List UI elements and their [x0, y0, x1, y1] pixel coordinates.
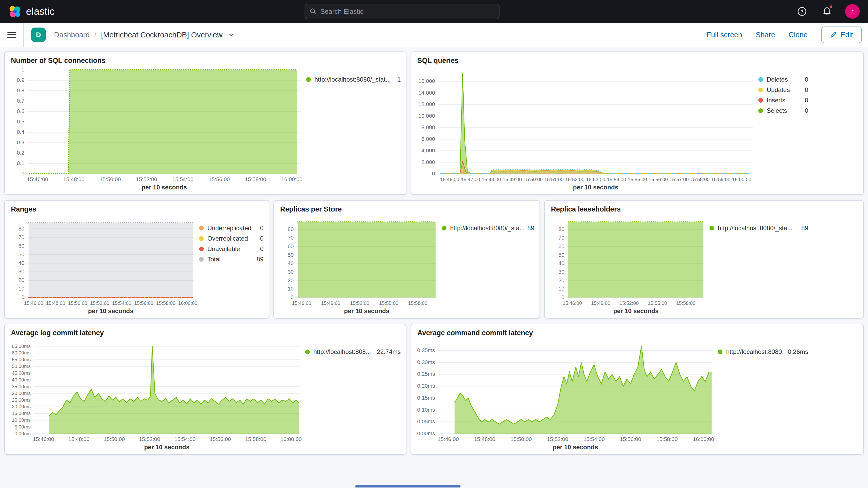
legend-color-dot — [758, 88, 763, 92]
full-screen-button[interactable]: Full screen — [707, 31, 742, 39]
chart-sql-connections[interactable]: 00.10.20.30.40.50.60.70.80.9115:46:0015:… — [7, 66, 306, 191]
legend-value: 0 — [805, 86, 808, 94]
svg-text:0: 0 — [561, 294, 564, 300]
legend-color-dot — [442, 226, 446, 231]
svg-text:4,000: 4,000 — [421, 147, 435, 153]
svg-text:per 10 seconds: per 10 seconds — [573, 184, 619, 191]
svg-text:0.05ms: 0.05ms — [417, 418, 435, 424]
breadcrumb-dashboard-link[interactable]: Dashboard — [54, 31, 90, 39]
panel-ranges: Ranges 0102030405060708015:46:0015:48:00… — [4, 200, 269, 318]
legend-item[interactable]: Overreplicated0 — [199, 234, 264, 243]
legend: Underreplicated0Overreplicated0Unavailab… — [199, 214, 264, 315]
svg-text:0.3: 0.3 — [17, 139, 24, 145]
svg-text:15:56:00: 15:56:00 — [209, 176, 230, 182]
svg-text:15:48:00: 15:48:00 — [63, 176, 85, 182]
svg-text:6,000: 6,000 — [421, 136, 435, 142]
user-avatar[interactable]: r — [845, 4, 860, 19]
svg-text:0.2: 0.2 — [17, 150, 24, 156]
svg-text:15:54:00: 15:54:00 — [112, 300, 131, 306]
legend-value: 0 — [805, 75, 808, 84]
svg-text:60.00ms: 60.00ms — [12, 350, 31, 356]
help-icon[interactable]: ? — [795, 5, 809, 18]
chart-log-commit-latency[interactable]: 0.00ms5.00ms10.00ms15.00ms20.00ms25.00ms… — [7, 338, 305, 451]
legend: http://localhost:8080/_stat...1 — [306, 66, 401, 191]
dashboard-grid: Number of SQL connections 00.10.20.30.40… — [0, 47, 868, 464]
breadcrumb: Dashboard / [Metricbeat CockroachDB] Ove… — [54, 31, 235, 39]
share-button[interactable]: Share — [756, 31, 775, 39]
page-title: [Metricbeat CockroachDB] Overview — [101, 31, 222, 39]
panel-replicas-per-store: Replicas per Store 0102030405060708015:4… — [273, 200, 540, 318]
svg-text:16:00:00: 16:00:00 — [280, 436, 302, 442]
clone-button[interactable]: Clone — [789, 31, 808, 39]
chart-replica-leaseholders[interactable]: 0102030405060708015:46:0015:49:0015:52:0… — [547, 214, 710, 315]
legend-item[interactable]: http://localhost:8080/_sta...89 — [710, 224, 808, 233]
svg-text:0.9: 0.9 — [17, 77, 24, 83]
svg-text:0.25ms: 0.25ms — [417, 371, 435, 377]
legend-item[interactable]: http://localhost:8080...0.26ms — [718, 347, 808, 356]
svg-text:15:48:00: 15:48:00 — [46, 300, 65, 306]
svg-text:15:54:00: 15:54:00 — [583, 436, 605, 442]
svg-text:15:55:00: 15:55:00 — [379, 300, 398, 306]
elastic-brand[interactable]: elastic — [8, 5, 55, 18]
svg-text:8,000: 8,000 — [421, 124, 435, 130]
svg-text:10.00ms: 10.00ms — [12, 417, 31, 423]
svg-text:0: 0 — [21, 294, 24, 300]
svg-text:10: 10 — [288, 285, 294, 292]
svg-text:60: 60 — [558, 243, 564, 249]
panel-title: Average log commit latency — [11, 329, 400, 337]
svg-text:15:59:00: 15:59:00 — [711, 177, 731, 182]
svg-text:15:46:00: 15:46:00 — [24, 300, 43, 306]
legend-item[interactable]: Deletes0 — [758, 75, 808, 84]
svg-text:16:00:00: 16:00:00 — [693, 436, 714, 442]
pencil-icon — [830, 31, 837, 38]
svg-text:15:54:00: 15:54:00 — [175, 436, 196, 442]
svg-text:0: 0 — [290, 294, 294, 300]
search-input[interactable] — [320, 7, 494, 16]
legend-item[interactable]: Underreplicated0 — [199, 224, 264, 233]
legend-item[interactable]: Inserts0 — [758, 96, 808, 105]
legend-item[interactable]: Selects0 — [758, 106, 808, 115]
legend-label: Overreplicated — [207, 234, 256, 243]
legend-item[interactable]: Unavailable0 — [199, 245, 264, 253]
space-badge[interactable]: D — [31, 28, 46, 42]
global-search[interactable] — [305, 4, 499, 19]
chart-replicas-per-store[interactable]: 0102030405060708015:46:0015:49:0015:52:0… — [276, 214, 442, 315]
chart-command-commit-latency[interactable]: 0.00ms0.05ms0.10ms0.15ms0.20ms0.25ms0.30… — [413, 338, 718, 451]
chart-sql-queries[interactable]: 02,0004,0006,0008,00010,00012,00014,0001… — [413, 66, 758, 191]
legend-color-dot — [199, 236, 204, 241]
svg-text:0.00ms: 0.00ms — [14, 431, 31, 436]
legend-item[interactable]: Updates0 — [758, 86, 808, 94]
svg-text:15:48:00: 15:48:00 — [482, 177, 501, 182]
svg-text:15:52:00: 15:52:00 — [139, 436, 160, 442]
svg-text:15:50:00: 15:50:00 — [104, 436, 125, 442]
svg-text:50.00ms: 50.00ms — [12, 364, 31, 369]
legend-label: http://localhost:8080/_stat... — [314, 75, 394, 84]
svg-text:20: 20 — [558, 277, 564, 283]
breadcrumb-separator: / — [94, 31, 96, 39]
svg-text:40: 40 — [288, 260, 294, 266]
notifications-icon[interactable] — [820, 5, 834, 18]
legend-label: Unavailable — [207, 245, 256, 253]
legend-item[interactable]: Total89 — [199, 255, 264, 264]
svg-text:per 10 seconds: per 10 seconds — [88, 307, 133, 314]
hamburger-icon — [7, 30, 16, 39]
chevron-down-icon[interactable] — [228, 32, 235, 38]
legend-item[interactable]: http://localhost:8080/_sta...89 — [442, 224, 534, 233]
legend-item[interactable]: http://localhost:808...22.74ms — [305, 347, 401, 356]
svg-text:0.20ms: 0.20ms — [417, 383, 435, 389]
legend-label: http://localhost:8080/_sta... — [718, 224, 798, 233]
panel-sql-queries: SQL queries 02,0004,0006,0008,00010,0001… — [411, 52, 864, 195]
brand-text: elastic — [26, 6, 55, 17]
svg-text:2,000: 2,000 — [421, 159, 435, 165]
horizontal-scrollbar-thumb[interactable] — [355, 485, 461, 487]
svg-text:10: 10 — [19, 285, 24, 292]
chart-ranges[interactable]: 0102030405060708015:46:0015:48:0015:50:0… — [7, 214, 199, 315]
legend-value: 22.74ms — [377, 347, 401, 356]
svg-text:15:49:00: 15:49:00 — [591, 300, 610, 306]
svg-text:15:56:00: 15:56:00 — [620, 436, 641, 442]
legend-item[interactable]: http://localhost:8080/_stat...1 — [306, 75, 401, 84]
svg-text:?: ? — [800, 9, 804, 14]
panel-title: Average command commit latency — [417, 329, 857, 337]
menu-button[interactable] — [6, 23, 24, 47]
edit-button[interactable]: Edit — [821, 27, 862, 43]
